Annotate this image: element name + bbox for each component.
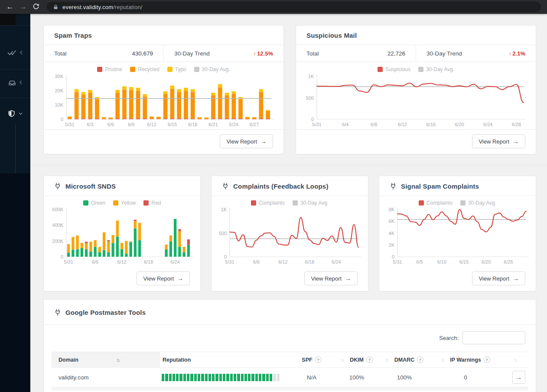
row-detail-button[interactable]: → — [512, 371, 525, 384]
svg-text:200K: 200K — [52, 238, 63, 244]
legend-item: 30-Day Avg. — [460, 200, 496, 206]
arrow-right-icon: → — [516, 374, 522, 381]
legend-item: Complaints — [251, 200, 285, 206]
search-input[interactable] — [462, 331, 525, 344]
svg-text:6/24: 6/24 — [483, 122, 492, 127]
reputation-segment — [244, 374, 247, 381]
svg-text:6/15: 6/15 — [459, 259, 469, 265]
reputation-segment — [183, 374, 186, 381]
top-card-row: Spam Traps Total 430,679 30-Day Trend ↑1… — [43, 25, 536, 154]
reputation-segment — [241, 374, 244, 381]
svg-text:6/6: 6/6 — [253, 259, 260, 265]
trend-label: 30-Day Trend — [427, 50, 462, 57]
sidebar — [0, 14, 30, 392]
sidebar-item-validation[interactable] — [0, 42, 30, 63]
sort-icon[interactable]: ↑↓ — [514, 357, 517, 363]
svg-text:0: 0 — [61, 117, 63, 122]
browser-forward-button[interactable]: → — [16, 3, 29, 11]
sidebar-lower-section — [0, 173, 30, 392]
total-stat: Total 22,726 — [296, 45, 416, 62]
column-header-dmarc[interactable]: ↑↓ DMARC ? — [380, 356, 429, 363]
sidebar-divider — [0, 25, 30, 26]
sort-icon[interactable]: ↑↓ — [116, 357, 119, 363]
reputation-segment — [223, 374, 225, 381]
sort-icon[interactable]: ↑↓ — [441, 357, 444, 363]
browser-reload-button[interactable] — [29, 3, 42, 12]
sidebar-divider — [0, 69, 30, 70]
url-path: /reputation/ — [113, 4, 142, 10]
trend-value: ↑12.5% — [254, 50, 273, 57]
help-icon[interactable]: ? — [366, 356, 373, 363]
legend-chip — [143, 200, 149, 206]
browser-back-button[interactable]: ← — [3, 3, 16, 11]
url-text: everest.validity.com/reputation/ — [62, 4, 143, 10]
lock-icon — [53, 4, 59, 10]
signal-spam-footer: View Report → — [379, 267, 536, 291]
card-title: Complaints (Feedback Loops) — [233, 183, 329, 190]
reputation-bar — [162, 374, 280, 381]
search-label: Search: — [439, 335, 459, 341]
svg-text:6/12: 6/12 — [117, 259, 126, 265]
legend-chip — [251, 200, 256, 206]
svg-text:6/10: 6/10 — [437, 259, 446, 265]
view-report-button[interactable]: View Report → — [137, 271, 190, 285]
ip-warnings-cell: 0 — [429, 374, 502, 381]
legend-item: Suspicious — [378, 66, 410, 72]
svg-text:5/31: 5/31 — [312, 122, 321, 127]
column-label: Domain — [59, 357, 78, 363]
view-report-button[interactable]: View Report → — [472, 134, 525, 148]
svg-text:6/25: 6/25 — [504, 259, 513, 265]
legend-chip — [419, 200, 424, 206]
svg-text:8K: 8K — [389, 207, 395, 212]
card-title: Signal Spam Complaints — [401, 183, 479, 190]
svg-text:500: 500 — [219, 231, 227, 236]
svg-text:0: 0 — [224, 254, 227, 259]
trend-stat: 30-Day Trend ↑2.1% — [416, 45, 536, 62]
column-header-spf[interactable]: SPF ? — [290, 356, 333, 363]
svg-text:500: 500 — [306, 95, 314, 101]
sort-icon[interactable]: ↑↓ — [385, 357, 388, 363]
url-bar[interactable]: everest.validity.com/reputation/ — [47, 2, 541, 12]
sort-icon[interactable]: ↑↓ — [341, 357, 344, 363]
sidebar-item-reputation-active[interactable] — [0, 103, 30, 124]
inbox-icon — [8, 79, 16, 86]
svg-text:5/31: 5/31 — [225, 259, 234, 265]
svg-text:10K: 10K — [55, 102, 63, 108]
help-icon[interactable]: ? — [315, 356, 322, 363]
sidebar-item-inbox[interactable] — [0, 72, 30, 93]
view-report-button[interactable]: View Report → — [304, 271, 358, 285]
svg-text:6/3: 6/3 — [87, 122, 94, 127]
view-report-button[interactable]: View Report → — [220, 134, 273, 148]
svg-text:6/12: 6/12 — [278, 259, 287, 265]
column-header-reputation: Reputation — [160, 357, 290, 363]
column-label: DMARC — [394, 357, 415, 363]
column-header-domain[interactable]: Domain ↑↓ — [52, 352, 160, 367]
column-header-dkim[interactable]: ↑↓ DKIM ? — [333, 356, 380, 363]
view-report-button[interactable]: View Report → — [472, 271, 525, 285]
reputation-segment — [270, 374, 272, 381]
integration-plug-icon — [390, 183, 397, 190]
trend-up-icon: ↑ — [254, 50, 257, 57]
complaints-fbl-card: Complaints (Feedback Loops) Complaints30… — [211, 176, 368, 291]
complaints-fbl-header: Complaints (Feedback Loops) — [212, 176, 368, 196]
column-label: Reputation — [163, 357, 191, 363]
total-value: 22,726 — [387, 50, 405, 57]
reputation-segment — [190, 374, 193, 381]
reputation-segment — [165, 374, 168, 381]
column-header-ip-warnings[interactable]: ↑↓ IP Warnings ? — [429, 356, 502, 363]
help-icon[interactable]: ? — [484, 356, 490, 363]
legend-item: Pristine — [97, 66, 122, 72]
spam-traps-footer: View Report → — [44, 129, 283, 154]
svg-text:400K: 400K — [52, 222, 63, 228]
help-icon[interactable]: ? — [417, 356, 423, 363]
reputation-segment — [173, 374, 175, 381]
reputation-segment — [266, 374, 269, 381]
reputation-segment — [215, 374, 218, 381]
svg-text:6/18: 6/18 — [144, 259, 153, 265]
snds-legend: GreenYellowRed — [44, 199, 200, 206]
svg-text:6/15: 6/15 — [168, 122, 177, 127]
legend-chip — [378, 67, 383, 72]
microsoft-snds-card: Microsoft SNDS GreenYellowRed 0200K400K6… — [43, 176, 201, 291]
trend-stat: 30-Day Trend ↑12.5% — [164, 45, 283, 62]
spam-traps-legend: PristineRecycledTypo30-Day Avg. — [44, 65, 283, 73]
